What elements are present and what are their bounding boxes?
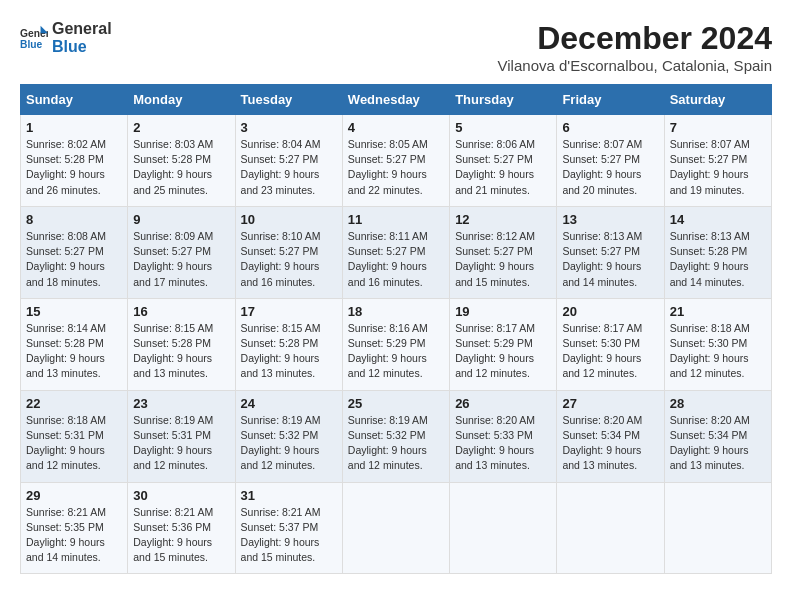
calendar-day-cell: 31 Sunrise: 8:21 AMSunset: 5:37 PMDaylig… (235, 482, 342, 574)
day-number: 7 (670, 120, 766, 135)
day-number: 10 (241, 212, 337, 227)
calendar-day-cell: 20 Sunrise: 8:17 AMSunset: 5:30 PMDaylig… (557, 298, 664, 390)
calendar-day-cell: 17 Sunrise: 8:15 AMSunset: 5:28 PMDaylig… (235, 298, 342, 390)
calendar-week-row: 8 Sunrise: 8:08 AMSunset: 5:27 PMDayligh… (21, 206, 772, 298)
weekday-header-monday: Monday (128, 85, 235, 115)
calendar-week-row: 22 Sunrise: 8:18 AMSunset: 5:31 PMDaylig… (21, 390, 772, 482)
calendar-day-cell: 14 Sunrise: 8:13 AMSunset: 5:28 PMDaylig… (664, 206, 771, 298)
day-info: Sunrise: 8:14 AMSunset: 5:28 PMDaylight:… (26, 322, 106, 380)
calendar-day-cell: 8 Sunrise: 8:08 AMSunset: 5:27 PMDayligh… (21, 206, 128, 298)
weekday-header-friday: Friday (557, 85, 664, 115)
day-info: Sunrise: 8:07 AMSunset: 5:27 PMDaylight:… (562, 138, 642, 196)
calendar-body: 1 Sunrise: 8:02 AMSunset: 5:28 PMDayligh… (21, 115, 772, 574)
calendar-day-cell (664, 482, 771, 574)
day-info: Sunrise: 8:21 AMSunset: 5:37 PMDaylight:… (241, 506, 321, 564)
day-info: Sunrise: 8:02 AMSunset: 5:28 PMDaylight:… (26, 138, 106, 196)
weekday-header-saturday: Saturday (664, 85, 771, 115)
calendar-day-cell: 12 Sunrise: 8:12 AMSunset: 5:27 PMDaylig… (450, 206, 557, 298)
logo: General Blue General Blue (20, 20, 112, 55)
svg-text:Blue: Blue (20, 39, 43, 50)
calendar-day-cell: 13 Sunrise: 8:13 AMSunset: 5:27 PMDaylig… (557, 206, 664, 298)
day-number: 12 (455, 212, 551, 227)
calendar-day-cell: 27 Sunrise: 8:20 AMSunset: 5:34 PMDaylig… (557, 390, 664, 482)
day-info: Sunrise: 8:11 AMSunset: 5:27 PMDaylight:… (348, 230, 428, 288)
day-info: Sunrise: 8:20 AMSunset: 5:33 PMDaylight:… (455, 414, 535, 472)
day-number: 20 (562, 304, 658, 319)
day-number: 24 (241, 396, 337, 411)
calendar-day-cell: 28 Sunrise: 8:20 AMSunset: 5:34 PMDaylig… (664, 390, 771, 482)
day-number: 5 (455, 120, 551, 135)
day-info: Sunrise: 8:13 AMSunset: 5:28 PMDaylight:… (670, 230, 750, 288)
day-number: 3 (241, 120, 337, 135)
month-year-title: December 2024 (498, 20, 772, 57)
day-number: 16 (133, 304, 229, 319)
day-number: 29 (26, 488, 122, 503)
day-info: Sunrise: 8:15 AMSunset: 5:28 PMDaylight:… (133, 322, 213, 380)
calendar-day-cell (342, 482, 449, 574)
calendar-day-cell: 21 Sunrise: 8:18 AMSunset: 5:30 PMDaylig… (664, 298, 771, 390)
calendar-week-row: 1 Sunrise: 8:02 AMSunset: 5:28 PMDayligh… (21, 115, 772, 207)
day-info: Sunrise: 8:20 AMSunset: 5:34 PMDaylight:… (562, 414, 642, 472)
calendar-week-row: 15 Sunrise: 8:14 AMSunset: 5:28 PMDaylig… (21, 298, 772, 390)
day-info: Sunrise: 8:04 AMSunset: 5:27 PMDaylight:… (241, 138, 321, 196)
weekday-header-thursday: Thursday (450, 85, 557, 115)
day-number: 14 (670, 212, 766, 227)
title-area: December 2024 Vilanova d'Escornalbou, Ca… (498, 20, 772, 74)
day-info: Sunrise: 8:03 AMSunset: 5:28 PMDaylight:… (133, 138, 213, 196)
day-number: 22 (26, 396, 122, 411)
day-number: 21 (670, 304, 766, 319)
calendar-day-cell: 23 Sunrise: 8:19 AMSunset: 5:31 PMDaylig… (128, 390, 235, 482)
day-number: 27 (562, 396, 658, 411)
calendar-day-cell: 3 Sunrise: 8:04 AMSunset: 5:27 PMDayligh… (235, 115, 342, 207)
day-number: 26 (455, 396, 551, 411)
calendar-day-cell: 15 Sunrise: 8:14 AMSunset: 5:28 PMDaylig… (21, 298, 128, 390)
day-info: Sunrise: 8:07 AMSunset: 5:27 PMDaylight:… (670, 138, 750, 196)
day-info: Sunrise: 8:18 AMSunset: 5:30 PMDaylight:… (670, 322, 750, 380)
calendar-day-cell: 26 Sunrise: 8:20 AMSunset: 5:33 PMDaylig… (450, 390, 557, 482)
calendar-day-cell: 6 Sunrise: 8:07 AMSunset: 5:27 PMDayligh… (557, 115, 664, 207)
calendar-day-cell: 2 Sunrise: 8:03 AMSunset: 5:28 PMDayligh… (128, 115, 235, 207)
day-number: 19 (455, 304, 551, 319)
day-info: Sunrise: 8:10 AMSunset: 5:27 PMDaylight:… (241, 230, 321, 288)
weekday-header-wednesday: Wednesday (342, 85, 449, 115)
logo-general: General (52, 20, 112, 38)
calendar-day-cell: 1 Sunrise: 8:02 AMSunset: 5:28 PMDayligh… (21, 115, 128, 207)
calendar-day-cell: 7 Sunrise: 8:07 AMSunset: 5:27 PMDayligh… (664, 115, 771, 207)
day-number: 30 (133, 488, 229, 503)
day-number: 15 (26, 304, 122, 319)
calendar-day-cell: 9 Sunrise: 8:09 AMSunset: 5:27 PMDayligh… (128, 206, 235, 298)
day-number: 11 (348, 212, 444, 227)
calendar-day-cell: 10 Sunrise: 8:10 AMSunset: 5:27 PMDaylig… (235, 206, 342, 298)
day-info: Sunrise: 8:17 AMSunset: 5:29 PMDaylight:… (455, 322, 535, 380)
day-number: 6 (562, 120, 658, 135)
day-info: Sunrise: 8:19 AMSunset: 5:32 PMDaylight:… (241, 414, 321, 472)
calendar-day-cell: 25 Sunrise: 8:19 AMSunset: 5:32 PMDaylig… (342, 390, 449, 482)
weekday-header-row: SundayMondayTuesdayWednesdayThursdayFrid… (21, 85, 772, 115)
day-number: 4 (348, 120, 444, 135)
location-subtitle: Vilanova d'Escornalbou, Catalonia, Spain (498, 57, 772, 74)
day-number: 23 (133, 396, 229, 411)
day-info: Sunrise: 8:21 AMSunset: 5:36 PMDaylight:… (133, 506, 213, 564)
calendar-day-cell: 19 Sunrise: 8:17 AMSunset: 5:29 PMDaylig… (450, 298, 557, 390)
day-number: 9 (133, 212, 229, 227)
day-number: 17 (241, 304, 337, 319)
calendar-header: SundayMondayTuesdayWednesdayThursdayFrid… (21, 85, 772, 115)
day-info: Sunrise: 8:20 AMSunset: 5:34 PMDaylight:… (670, 414, 750, 472)
day-number: 2 (133, 120, 229, 135)
day-number: 13 (562, 212, 658, 227)
day-info: Sunrise: 8:17 AMSunset: 5:30 PMDaylight:… (562, 322, 642, 380)
calendar-day-cell: 5 Sunrise: 8:06 AMSunset: 5:27 PMDayligh… (450, 115, 557, 207)
day-info: Sunrise: 8:08 AMSunset: 5:27 PMDaylight:… (26, 230, 106, 288)
day-info: Sunrise: 8:05 AMSunset: 5:27 PMDaylight:… (348, 138, 428, 196)
day-info: Sunrise: 8:15 AMSunset: 5:28 PMDaylight:… (241, 322, 321, 380)
day-number: 8 (26, 212, 122, 227)
day-number: 25 (348, 396, 444, 411)
weekday-header-tuesday: Tuesday (235, 85, 342, 115)
day-info: Sunrise: 8:19 AMSunset: 5:32 PMDaylight:… (348, 414, 428, 472)
calendar-day-cell: 24 Sunrise: 8:19 AMSunset: 5:32 PMDaylig… (235, 390, 342, 482)
day-number: 1 (26, 120, 122, 135)
calendar-day-cell (557, 482, 664, 574)
day-info: Sunrise: 8:09 AMSunset: 5:27 PMDaylight:… (133, 230, 213, 288)
logo-blue: Blue (52, 38, 112, 56)
calendar-day-cell: 22 Sunrise: 8:18 AMSunset: 5:31 PMDaylig… (21, 390, 128, 482)
